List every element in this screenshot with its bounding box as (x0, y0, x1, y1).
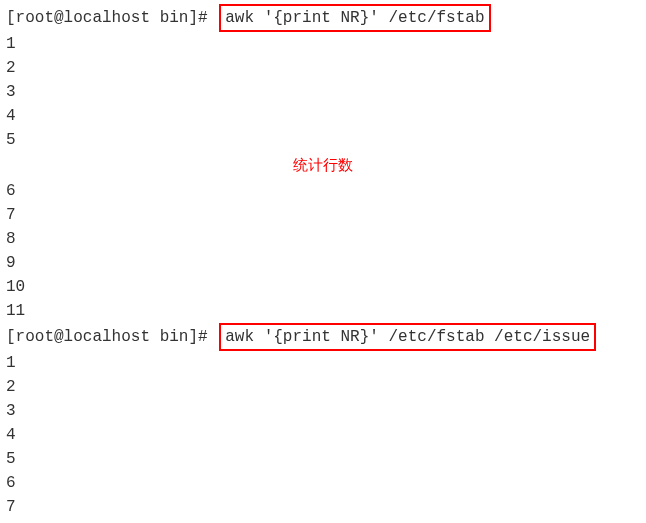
output-line: 7 (6, 495, 640, 519)
output-line: 4 (6, 104, 640, 128)
terminal-line-1: [root@localhost bin]# awk '{print NR}' /… (6, 4, 640, 32)
output-line: 3 (6, 399, 640, 423)
command-highlight-box: awk '{print NR}' /etc/fstab (219, 4, 490, 32)
output-line: 11 (6, 299, 640, 323)
output-line: 7 (6, 203, 640, 227)
output-line: 2 (6, 56, 640, 80)
output-line: 10 (6, 275, 640, 299)
output-line: 1 (6, 32, 640, 56)
output-line: 5 (6, 447, 640, 471)
output-line: 4 (6, 423, 640, 447)
shell-prompt: [root@localhost bin]# (6, 328, 208, 346)
output-line: 6 (6, 471, 640, 495)
annotation-text: 统计行数 (6, 154, 640, 177)
output-line: 2 (6, 375, 640, 399)
command-highlight-box: awk '{print NR}' /etc/fstab /etc/issue (219, 323, 596, 351)
output-line: 3 (6, 80, 640, 104)
output-line: 6 (6, 179, 640, 203)
shell-prompt: [root@localhost bin]# (6, 9, 208, 27)
output-line: 8 (6, 227, 640, 251)
output-line: 8 (6, 519, 640, 524)
output-line: 9 (6, 251, 640, 275)
output-line: 1 (6, 351, 640, 375)
terminal-line-2: [root@localhost bin]# awk '{print NR}' /… (6, 323, 640, 351)
output-line: 5 (6, 128, 640, 152)
